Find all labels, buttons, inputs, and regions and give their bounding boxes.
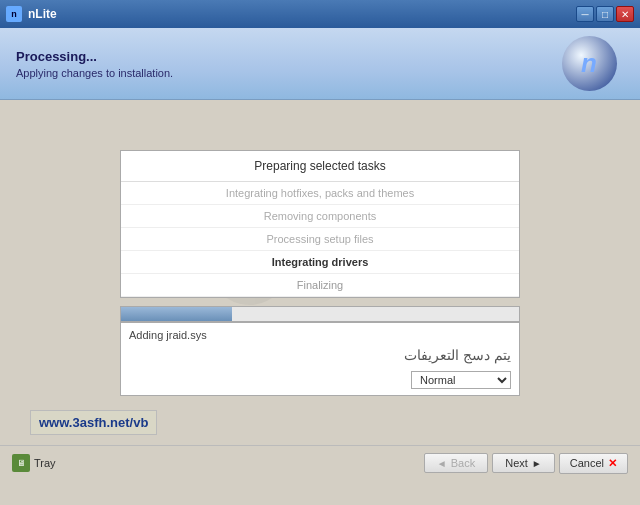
log-area: Adding jraid.sys يتم دسج التعريفات Norma… bbox=[120, 322, 520, 396]
header-logo: n bbox=[554, 34, 624, 94]
header-text: Processing... Applying changes to instal… bbox=[16, 49, 173, 79]
footer-buttons: ◄ Back Next ► Cancel ✕ bbox=[424, 453, 628, 474]
minimize-button[interactable]: ─ bbox=[576, 6, 594, 22]
task-item-components: Removing components bbox=[121, 205, 519, 228]
header-title: Processing... bbox=[16, 49, 173, 64]
app-title: nLite bbox=[28, 7, 57, 21]
maximize-button[interactable]: □ bbox=[596, 6, 614, 22]
log-mode-select[interactable]: Normal Verbose bbox=[411, 371, 511, 389]
main-area: Imagebu cket Preparing selected tasks In… bbox=[0, 100, 640, 445]
title-bar-left: n nLite bbox=[6, 6, 57, 22]
logo-circle: n bbox=[562, 36, 617, 91]
back-button[interactable]: ◄ Back bbox=[424, 453, 488, 473]
cancel-button[interactable]: Cancel ✕ bbox=[559, 453, 628, 474]
next-arrow-icon: ► bbox=[532, 458, 542, 469]
footer: 🖥 Tray ◄ Back Next ► Cancel ✕ bbox=[0, 445, 640, 480]
task-item-finalizing: Finalizing bbox=[121, 274, 519, 297]
progress-container bbox=[120, 306, 520, 322]
task-item-drivers: Integrating drivers bbox=[121, 251, 519, 274]
footer-left: 🖥 Tray bbox=[12, 454, 56, 472]
close-button[interactable]: ✕ bbox=[616, 6, 634, 22]
tray-label: Tray bbox=[34, 457, 56, 469]
title-controls: ─ □ ✕ bbox=[576, 6, 634, 22]
cancel-x-icon: ✕ bbox=[608, 457, 617, 470]
header-subtitle: Applying changes to installation. bbox=[16, 67, 173, 79]
progress-bar-outer bbox=[120, 306, 520, 322]
progress-bar-inner bbox=[121, 307, 232, 321]
header-area: Processing... Applying changes to instal… bbox=[0, 28, 640, 100]
app-icon: n bbox=[6, 6, 22, 22]
back-arrow-icon: ◄ bbox=[437, 458, 447, 469]
task-panel-title: Preparing selected tasks bbox=[121, 151, 519, 182]
next-button[interactable]: Next ► bbox=[492, 453, 555, 473]
title-bar: n nLite ─ □ ✕ bbox=[0, 0, 640, 28]
task-panel: Preparing selected tasks Integrating hot… bbox=[120, 150, 520, 298]
log-current-file: Adding jraid.sys bbox=[129, 329, 511, 341]
log-footer: Normal Verbose bbox=[129, 371, 511, 389]
tray-icon: 🖥 bbox=[12, 454, 30, 472]
log-arabic-text: يتم دسج التعريفات bbox=[129, 347, 511, 363]
task-item-setup: Processing setup files bbox=[121, 228, 519, 251]
url-watermark: www.3asfh.net/vb bbox=[30, 410, 157, 435]
task-item-hotfixes: Integrating hotfixes, packs and themes bbox=[121, 182, 519, 205]
